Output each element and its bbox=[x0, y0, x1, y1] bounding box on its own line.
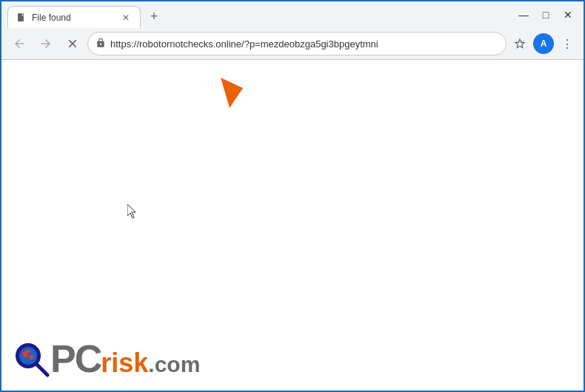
tab-title: File found bbox=[32, 13, 115, 23]
pcrisk-text: PCrisk.com bbox=[50, 339, 200, 378]
new-tab-button[interactable]: + bbox=[144, 6, 164, 27]
tab-strip: File found ✕ + bbox=[7, 1, 514, 28]
forward-button[interactable] bbox=[34, 32, 58, 55]
content-area: PCrisk.com bbox=[1, 60, 584, 391]
back-button[interactable] bbox=[7, 32, 31, 55]
svg-point-7 bbox=[27, 350, 30, 354]
tab-close-button[interactable]: ✕ bbox=[119, 11, 133, 24]
svg-line-8 bbox=[36, 364, 47, 375]
window-controls: — □ ✕ bbox=[514, 5, 578, 24]
minimize-button[interactable]: — bbox=[514, 5, 533, 24]
pcrisk-watermark: PCrisk.com bbox=[12, 339, 200, 378]
active-tab[interactable]: File found ✕ bbox=[7, 6, 141, 28]
browser-chrome: File found ✕ + — □ ✕ bbox=[1, 1, 584, 60]
magnifier-icon bbox=[12, 339, 50, 378]
bookmark-button[interactable] bbox=[509, 33, 530, 54]
dotcom-text: .com bbox=[148, 352, 200, 377]
maximize-button[interactable]: □ bbox=[536, 5, 555, 24]
svg-point-6 bbox=[29, 355, 33, 359]
lock-icon bbox=[96, 38, 106, 50]
title-bar: File found ✕ + — □ ✕ bbox=[1, 1, 584, 28]
url-text: https://robotornotchecks.online/?p=mezde… bbox=[110, 38, 498, 50]
menu-button[interactable]: ⋮ bbox=[557, 33, 578, 54]
toolbar-right: A ⋮ bbox=[509, 33, 578, 54]
nav-bar: https://robotornotchecks.online/?p=mezde… bbox=[1, 28, 584, 59]
mouse-cursor bbox=[127, 204, 138, 217]
address-bar[interactable]: https://robotornotchecks.online/?p=mezde… bbox=[87, 32, 507, 55]
pc-text: PC bbox=[50, 339, 101, 378]
refresh-button[interactable] bbox=[61, 32, 84, 55]
profile-button[interactable]: A bbox=[533, 33, 554, 54]
svg-rect-0 bbox=[18, 13, 24, 21]
svg-marker-2 bbox=[221, 78, 243, 108]
close-button[interactable]: ✕ bbox=[558, 5, 578, 24]
risk-text: risk bbox=[101, 350, 148, 376]
tab-favicon-icon bbox=[16, 12, 27, 24]
